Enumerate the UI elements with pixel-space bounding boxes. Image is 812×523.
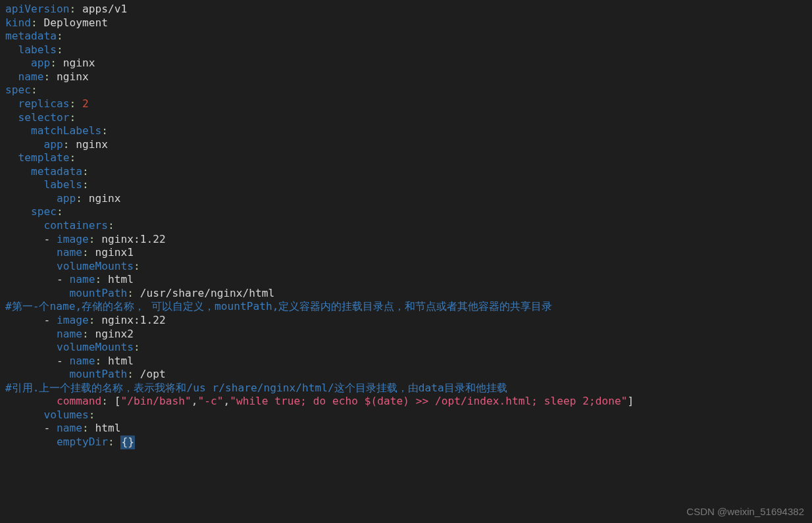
- line-7: spec:: [5, 84, 38, 96]
- line-22: mountPath: /usr/share/nginx/html: [69, 287, 274, 299]
- line-3: metadata:: [5, 30, 63, 42]
- comment-2: #引用.上一个挂载的名称，表示我将和/us r/share/nginx/html…: [5, 382, 507, 394]
- line-5: app: nginx: [31, 57, 95, 69]
- line-13: metadata:: [31, 165, 89, 178]
- line-14: labels:: [43, 178, 88, 191]
- line-21: - name: html: [57, 273, 134, 286]
- line-15: app: nginx: [57, 192, 120, 205]
- yaml-code-block: apiVersion: apps/v1 kind: Deployment met…: [0, 0, 812, 453]
- line-20: volumeMounts:: [57, 260, 140, 272]
- line-12: template:: [18, 151, 76, 164]
- line-2: kind: Deployment: [5, 16, 108, 29]
- line-6: name: nginx: [18, 70, 89, 83]
- line-10: matchLabels:: [31, 124, 108, 137]
- line-8: replicas: 2: [18, 97, 89, 110]
- line-25: volumeMounts:: [57, 341, 140, 353]
- line-9: selector:: [18, 111, 76, 124]
- line-28: command: ["/bin/bash","-c","while true; …: [57, 395, 634, 407]
- line-19: name: nginx1: [57, 246, 134, 259]
- line-31: emptyDir: {}: [57, 436, 135, 448]
- cursor-brace: {}: [120, 436, 135, 449]
- line-17: containers:: [43, 219, 114, 232]
- line-1: apiVersion: apps/v1: [5, 3, 127, 15]
- line-18: - image: nginx:1.22: [43, 233, 165, 245]
- line-24: name: nginx2: [57, 328, 134, 340]
- line-16: spec:: [31, 205, 63, 218]
- comment-1: #第一-个name,存储的名称， 可以自定义，mountPath,定义容器内的挂…: [5, 300, 552, 312]
- line-11: app: nginx: [43, 138, 107, 151]
- line-26: - name: html: [57, 355, 134, 367]
- line-27: mountPath: /opt: [69, 368, 165, 380]
- line-4: labels:: [18, 43, 63, 56]
- line-23: - image: nginx:1.22: [43, 314, 165, 326]
- line-30: - name: html: [43, 422, 120, 434]
- line-29: volumes:: [43, 409, 95, 421]
